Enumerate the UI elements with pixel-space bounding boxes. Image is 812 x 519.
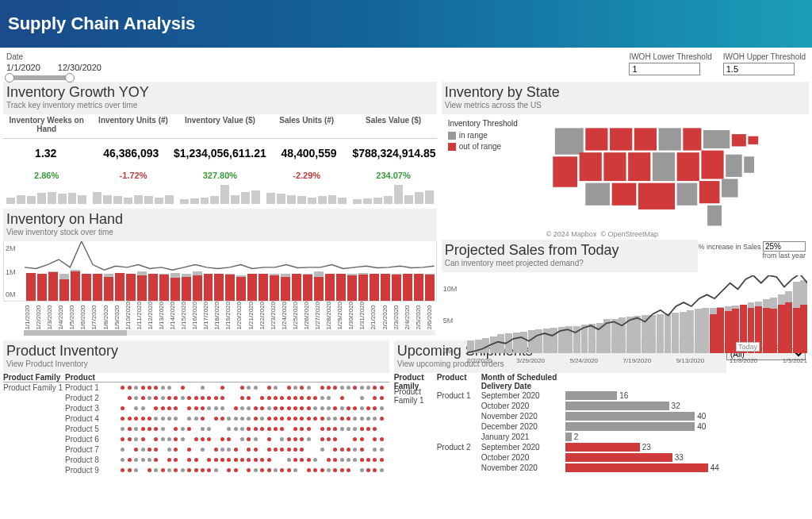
ship-row[interactable]: November 202044 bbox=[394, 463, 809, 473]
proj-xtick: 7/19/2020 bbox=[623, 357, 652, 364]
us-map[interactable]: © 2024 Mapbox © OpenStreetMap bbox=[545, 114, 809, 240]
proj-chart[interactable]: 10M 5M 0M Today 2/2/20203/29/20205/24/20… bbox=[442, 272, 809, 366]
kpi-label: Sales Value ($) bbox=[350, 116, 436, 125]
svg-rect-3 bbox=[634, 128, 657, 150]
svg-rect-24 bbox=[707, 206, 722, 226]
kpi-section-header: Inventory Growth YOY Track key inventory… bbox=[3, 82, 437, 114]
date-slider[interactable] bbox=[6, 75, 73, 80]
ioh-xtick: 2/4/2020 bbox=[404, 302, 415, 330]
proj-pct-label-2: from last year bbox=[762, 252, 806, 260]
kpi-pct: 2.86% bbox=[3, 171, 90, 180]
ship-row[interactable]: Product 2September 202023 bbox=[394, 442, 809, 452]
date-to: 12/30/2020 bbox=[58, 63, 102, 72]
proj-xtick: 9/13/2020 bbox=[676, 357, 705, 364]
map-legend-title: Inventory Threshold bbox=[448, 119, 542, 128]
ioh-xtick: 1/22/2020 bbox=[259, 302, 270, 330]
pinv-h-product: Product bbox=[65, 373, 113, 382]
ioh-title: Inventory on Hand bbox=[6, 211, 434, 228]
ioh-xtick: 1/31/2020 bbox=[358, 302, 370, 330]
dot-strip bbox=[113, 424, 389, 434]
date-from: 1/1/2020 bbox=[6, 63, 40, 72]
ioh-xtick: 1/16/2020 bbox=[191, 302, 202, 330]
dot-strip bbox=[113, 393, 389, 403]
iwoh-upper-label: IWOH Upper Threshold bbox=[723, 52, 806, 61]
proj-pct-input[interactable] bbox=[763, 241, 806, 252]
ioh-xtick: 1/24/2020 bbox=[281, 302, 292, 330]
proj-ytick-10m: 10M bbox=[443, 285, 458, 293]
pinv-title: Product Inventory bbox=[6, 343, 386, 359]
proj-xtick: 2/2/2020 bbox=[467, 357, 492, 364]
map-title: Inventory by State bbox=[445, 84, 806, 101]
ship-row[interactable]: October 202032 bbox=[394, 401, 809, 411]
ioh-xtick: 1/14/2020 bbox=[169, 302, 180, 330]
ioh-xtick: 1/4/2020 bbox=[57, 302, 68, 330]
ioh-chart[interactable]: 2M 1M 0M bbox=[3, 241, 437, 302]
ioh-scrollbar[interactable] bbox=[24, 330, 435, 336]
pinv-row[interactable]: Product 5 bbox=[3, 424, 389, 434]
iwoh-upper-input[interactable] bbox=[723, 63, 795, 75]
ioh-xtick: 1/7/2020 bbox=[90, 302, 102, 330]
iwoh-lower-input[interactable] bbox=[629, 63, 700, 75]
ioh-xtick: 1/8/2020 bbox=[102, 302, 113, 330]
ship-h-delivery: Month of ScheduledDelivery Date bbox=[481, 373, 640, 390]
svg-rect-6 bbox=[703, 130, 730, 148]
dot-strip bbox=[113, 434, 389, 444]
ioh-xtick: 1/5/2020 bbox=[68, 302, 79, 330]
pinv-row[interactable]: Product 6 bbox=[3, 434, 389, 444]
kpi-sparkline bbox=[90, 182, 176, 204]
svg-rect-18 bbox=[585, 183, 610, 206]
pinv-row[interactable]: Product 2 bbox=[3, 393, 389, 403]
svg-rect-12 bbox=[628, 152, 650, 181]
kpi-pct: 327.80% bbox=[177, 171, 263, 180]
ship-row[interactable]: October 202033 bbox=[394, 452, 809, 463]
ship-row[interactable]: Product Family 1Product 1September 20201… bbox=[394, 390, 809, 401]
proj-ytick-5m: 5M bbox=[443, 317, 454, 325]
pinv-h-family: Product Family bbox=[3, 373, 65, 382]
pinv-row[interactable]: Product 4 bbox=[3, 413, 389, 424]
kpi-label: Inventory Weeks on Hand bbox=[3, 116, 90, 133]
ioh-xtick: 1/13/2020 bbox=[158, 302, 169, 330]
svg-rect-13 bbox=[653, 152, 675, 181]
ioh-xtick: 1/18/2020 bbox=[213, 302, 224, 330]
map-section-header: Inventory by State View metrics across t… bbox=[442, 82, 809, 114]
ioh-xtick: 1/6/2020 bbox=[79, 302, 90, 330]
ioh-section-header: Inventory on Hand View inventory stock o… bbox=[3, 209, 437, 241]
pinv-row[interactable]: Product 9 bbox=[3, 465, 389, 475]
ship-row[interactable]: November 202040 bbox=[394, 411, 809, 421]
ioh-xtick: 1/17/2020 bbox=[202, 302, 213, 330]
kpi-label: Inventory Value ($) bbox=[177, 116, 263, 125]
ship-row[interactable]: January 20212 bbox=[394, 432, 809, 442]
svg-rect-16 bbox=[726, 155, 742, 177]
dot-strip bbox=[113, 465, 389, 475]
pinv-row[interactable]: Product Family 1Product 1 bbox=[3, 383, 389, 393]
ship-row[interactable]: December 202040 bbox=[394, 421, 809, 432]
legend-out-range-label: out of range bbox=[459, 142, 501, 151]
svg-rect-20 bbox=[638, 183, 675, 210]
legend-in-range-label: in range bbox=[459, 131, 488, 140]
svg-rect-21 bbox=[676, 183, 697, 206]
ioh-ytick-2m: 2M bbox=[6, 244, 16, 252]
kpi-sparkline bbox=[177, 182, 263, 204]
pinv-row[interactable]: Product 8 bbox=[3, 455, 389, 465]
svg-rect-9 bbox=[553, 156, 577, 186]
ioh-xtick: 1/30/2020 bbox=[347, 302, 358, 330]
proj-pct-label-1: % increase in Sales bbox=[698, 243, 760, 251]
legend-out-range[interactable]: out of range bbox=[448, 142, 542, 151]
proj-xtick: 3/29/2020 bbox=[516, 357, 545, 364]
kpi-sparkline bbox=[3, 182, 90, 204]
ioh-xtick: 1/9/2020 bbox=[113, 302, 124, 330]
iwoh-lower-label: IWOH Lower Threshold bbox=[629, 52, 711, 61]
proj-xtick: 5/24/2020 bbox=[569, 357, 598, 364]
proj-today-label: Today bbox=[736, 342, 760, 352]
map-sub: View metrics across the US bbox=[445, 101, 806, 110]
pinv-row[interactable]: Product 3 bbox=[3, 403, 389, 413]
kpi-pct: -1.72% bbox=[90, 171, 176, 180]
kpi-label: Inventory Units (#) bbox=[90, 116, 176, 125]
ioh-xtick: 1/21/2020 bbox=[247, 302, 259, 330]
pinv-row[interactable]: Product 7 bbox=[3, 444, 389, 455]
svg-rect-23 bbox=[722, 179, 738, 197]
legend-in-range[interactable]: in range bbox=[448, 131, 542, 140]
proj-sub: Can inventory meet projected demand? bbox=[445, 259, 695, 267]
kpi-sparkline bbox=[263, 182, 350, 204]
kpi-value: 46,386,093 bbox=[88, 147, 173, 160]
